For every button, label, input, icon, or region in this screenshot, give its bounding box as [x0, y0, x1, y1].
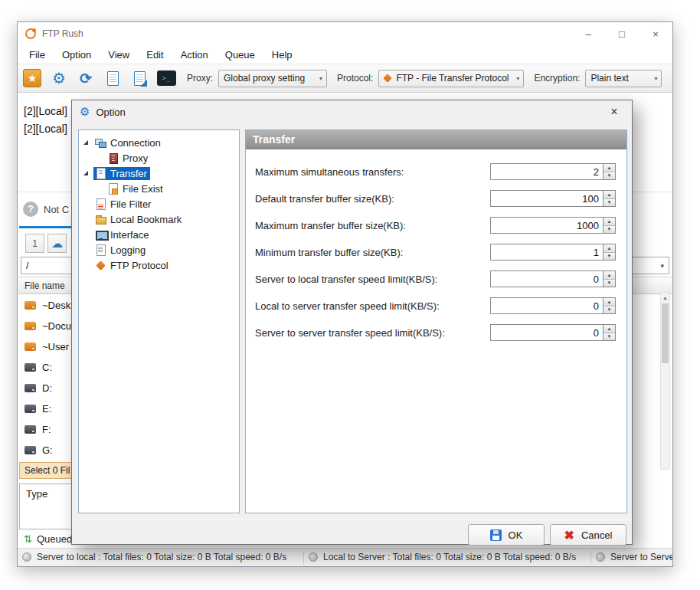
- tree-item-content: File Filter: [93, 198, 154, 211]
- proxy-dropdown[interactable]: Global proxy setting ▾: [218, 70, 327, 87]
- protocol-value: FTP - File Transfer Protocol: [396, 73, 509, 84]
- transfer-list-button[interactable]: [129, 67, 150, 89]
- server-to-local-speed-limit-input[interactable]: [491, 271, 603, 287]
- encryption-dropdown[interactable]: Plain text ▾: [585, 70, 662, 87]
- transfer-settings-panel: Transfer Maximum simultaneous transfers:…: [245, 129, 627, 513]
- ok-button[interactable]: OK: [468, 524, 545, 546]
- expand-icon[interactable]: [83, 171, 88, 175]
- field-label: Default transfer buffer size(KB):: [255, 193, 394, 205]
- spin-edit: ▲ ▼: [490, 190, 616, 207]
- ftp-protocol-icon: [95, 260, 106, 271]
- tree-item-label: File Filter: [110, 198, 151, 210]
- cloud-button[interactable]: ☁: [47, 234, 67, 253]
- pane-number-button[interactable]: 1: [25, 234, 44, 253]
- max-simultaneous-transfers-input[interactable]: [491, 164, 603, 179]
- settings-button[interactable]: ⚙: [48, 67, 70, 89]
- file-name: E:: [42, 403, 51, 415]
- spin-down-icon[interactable]: ▼: [604, 172, 615, 180]
- menu-help[interactable]: Help: [263, 49, 301, 61]
- tree-item-proxy[interactable]: Proxy: [79, 150, 239, 166]
- spin-down-icon[interactable]: ▼: [604, 253, 615, 261]
- dialog-close-icon[interactable]: ×: [604, 105, 624, 119]
- tree-item-label: Logging: [110, 244, 146, 256]
- tree-item-content: File Exist: [106, 182, 166, 195]
- field-row: Default transfer buffer size(KB): ▲ ▼: [255, 189, 616, 208]
- protocol-dropdown[interactable]: FTP - File Transfer Protocol ▾: [378, 70, 524, 87]
- spin-down-icon[interactable]: ▼: [604, 306, 615, 314]
- spin-edit: ▲ ▼: [490, 217, 616, 234]
- path-value: /: [26, 260, 29, 271]
- tree-item-connection[interactable]: Connection: [79, 135, 239, 150]
- spin-up-icon[interactable]: ▲: [604, 244, 615, 253]
- menu-option[interactable]: Option: [54, 49, 100, 61]
- log-button[interactable]: [102, 67, 123, 89]
- menu-edit[interactable]: Edit: [138, 49, 172, 61]
- tree-item-content: FTP Protocol: [93, 259, 172, 272]
- tree-item-label: FTP Protocol: [110, 260, 168, 271]
- tab-queued[interactable]: ⇅ Queued: [24, 533, 72, 545]
- tree-item-label: Transfer: [110, 168, 147, 179]
- spin-up-icon[interactable]: ▲: [604, 298, 615, 306]
- chevron-down-icon[interactable]: ▾: [660, 262, 664, 270]
- tree-item-file-filter[interactable]: File Filter: [79, 196, 239, 211]
- scroll-up-icon[interactable]: ▲: [661, 293, 669, 303]
- tree-item-ftp-protocol[interactable]: FTP Protocol: [79, 257, 239, 273]
- max-buffer-size-input[interactable]: [491, 218, 603, 233]
- home-folder-icon: [25, 322, 36, 330]
- chevron-down-icon: ▾: [319, 75, 322, 82]
- tree-item-logging[interactable]: Logging: [79, 242, 239, 257]
- panel-header: Transfer: [246, 130, 626, 149]
- spin-down-icon[interactable]: ▼: [604, 280, 615, 287]
- expand-icon[interactable]: [83, 140, 88, 145]
- option-dialog: ⚙ Option × Connection Proxy: [71, 100, 633, 545]
- close-icon[interactable]: ×: [639, 22, 672, 45]
- spinner: ▲ ▼: [603, 191, 615, 206]
- console-button[interactable]: >_: [155, 67, 177, 89]
- spin-down-icon[interactable]: ▼: [604, 199, 615, 207]
- ftp-protocol-icon: [384, 74, 392, 83]
- minimize-icon[interactable]: –: [571, 22, 605, 45]
- spin-edit: ▲ ▼: [490, 297, 616, 314]
- cancel-x-icon: ✖: [564, 528, 574, 542]
- menu-file[interactable]: File: [21, 49, 54, 61]
- menu-queue[interactable]: Queue: [217, 49, 263, 61]
- dialog-title-bar[interactable]: ⚙ Option ×: [72, 100, 632, 123]
- file-name: D:: [42, 382, 52, 394]
- spin-down-icon[interactable]: ▼: [604, 226, 615, 234]
- tree-item-local-bookmark[interactable]: Local Bookmark: [79, 211, 239, 227]
- field-row: Minimum transfer buffer size(KB): ▲ ▼: [255, 243, 616, 261]
- min-buffer-size-input[interactable]: [491, 244, 603, 260]
- tree-item-interface[interactable]: Interface: [79, 227, 239, 242]
- help-circle-icon: ?: [23, 202, 38, 217]
- reconnect-button[interactable]: ⟳: [75, 67, 96, 89]
- spin-up-icon[interactable]: ▲: [604, 325, 615, 333]
- spin-down-icon[interactable]: ▼: [604, 333, 615, 341]
- tree-item-file-exist[interactable]: File Exist: [79, 181, 239, 196]
- ok-button-label: OK: [509, 529, 523, 541]
- title-bar[interactable]: FTP Rush – □ ×: [18, 22, 672, 45]
- favorites-button[interactable]: ★: [21, 67, 43, 89]
- spin-up-icon[interactable]: ▲: [604, 164, 615, 172]
- tree-item-transfer[interactable]: Transfer: [79, 166, 239, 181]
- default-buffer-size-input[interactable]: [491, 191, 603, 206]
- tree-item-content: Interface: [93, 228, 152, 241]
- scrollbar-thumb[interactable]: [662, 303, 669, 363]
- spin-up-icon[interactable]: ▲: [604, 218, 615, 226]
- connection-status: ? Not C: [23, 202, 69, 217]
- spin-up-icon[interactable]: ▲: [604, 191, 615, 199]
- app-logo-icon: [25, 28, 36, 39]
- cancel-button[interactable]: ✖ Cancel: [550, 524, 626, 546]
- server-to-server-speed-limit-input[interactable]: [491, 325, 603, 340]
- menu-action[interactable]: Action: [172, 49, 217, 61]
- spin-up-icon[interactable]: ▲: [604, 271, 615, 280]
- status-section-server-to-server: Server to Server : T: [596, 552, 673, 562]
- column-header-type[interactable]: Type: [26, 488, 47, 500]
- menu-view[interactable]: View: [100, 49, 138, 61]
- spin-edit: ▲ ▼: [490, 244, 616, 261]
- vertical-scrollbar[interactable]: ▲: [660, 292, 670, 470]
- maximize-icon[interactable]: □: [605, 22, 639, 45]
- spinner: ▲ ▼: [603, 244, 615, 260]
- file-name: ~Docur: [42, 320, 74, 332]
- local-to-server-speed-limit-input[interactable]: [491, 298, 603, 313]
- spinner: ▲ ▼: [603, 164, 615, 179]
